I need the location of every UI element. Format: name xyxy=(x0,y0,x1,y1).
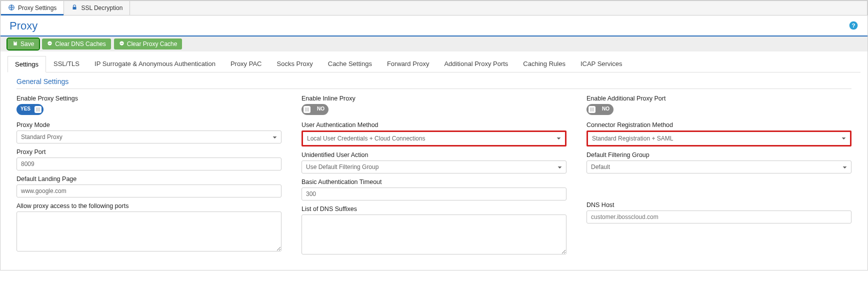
top-tabs: Proxy Settings SSL Decryption xyxy=(0,0,868,16)
user-auth-label: User Authentication Method xyxy=(302,122,566,128)
tab-ip-surrogate[interactable]: IP Surrogate & Anonymous Authentication xyxy=(87,56,223,72)
clear-proxy-label: Clear Proxy Cache xyxy=(127,40,178,48)
top-tab-label: SSL Decryption xyxy=(81,4,122,12)
dns-host-input[interactable] xyxy=(586,210,852,224)
toggle-text: YES xyxy=(20,106,30,112)
default-group-select[interactable]: Default xyxy=(586,160,852,174)
enable-additional-toggle[interactable]: NO xyxy=(586,104,614,115)
toggle-text: NO xyxy=(602,106,610,112)
svg-rect-1 xyxy=(73,6,76,9)
proxy-port-label: Proxy Port xyxy=(16,148,282,156)
dns-host-label: DNS Host xyxy=(586,202,852,208)
landing-page-label: Default Landing Page xyxy=(16,176,282,182)
clear-dns-label: Clear DNS Caches xyxy=(55,40,106,48)
connector-reg-select[interactable]: Standard Registration + SAML xyxy=(588,132,850,145)
dns-suffixes-label: List of DNS Suffixes xyxy=(302,206,566,212)
default-group-label: Default Filtering Group xyxy=(586,152,852,158)
allow-ports-label: Allow proxy access to the following port… xyxy=(16,202,282,210)
basic-auth-timeout-label: Basic Authentication Timeout xyxy=(302,178,566,186)
enable-proxy-toggle[interactable]: YES xyxy=(16,104,44,115)
save-disk-icon xyxy=(12,40,18,48)
proxy-mode-label: Proxy Mode xyxy=(16,122,282,128)
save-button-label: Save xyxy=(20,40,34,48)
globe-icon xyxy=(8,4,15,12)
page-title: Proxy xyxy=(10,20,38,32)
proxy-mode-select[interactable]: Standard Proxy xyxy=(16,130,282,144)
top-tab-label: Proxy Settings xyxy=(18,4,56,12)
lock-icon xyxy=(71,4,78,12)
svg-rect-6 xyxy=(49,43,52,44)
minus-circle-icon xyxy=(119,40,124,48)
tab-additional-ports[interactable]: Additional Proxy Ports xyxy=(436,56,516,72)
sub-tabs: Settings SSL/TLS IP Surrogate & Anonymou… xyxy=(8,56,860,72)
user-auth-select[interactable]: Local User Credentials + Cloud Connectio… xyxy=(303,132,565,145)
tab-cache-settings[interactable]: Cache Settings xyxy=(320,56,380,72)
svg-text:?: ? xyxy=(852,22,855,28)
action-bar: Save Clear DNS Caches Clear Proxy Cache xyxy=(0,36,868,52)
tab-proxy-pac[interactable]: Proxy PAC xyxy=(223,56,270,72)
top-tab-proxy-settings[interactable]: Proxy Settings xyxy=(1,1,64,15)
clear-dns-button[interactable]: Clear DNS Caches xyxy=(42,38,110,50)
help-icon[interactable]: ? xyxy=(848,20,858,32)
column-1: Enable Proxy Settings YES Proxy Mode Sta… xyxy=(16,95,282,261)
column-2: Enable Inline Proxy NO User Authenticati… xyxy=(302,95,566,261)
tab-forward-proxy[interactable]: Forward Proxy xyxy=(380,56,437,72)
landing-page-input[interactable] xyxy=(16,184,282,198)
enable-additional-label: Enable Additional Proxy Port xyxy=(586,95,852,102)
tab-icap-services[interactable]: ICAP Services xyxy=(573,56,630,72)
save-button[interactable]: Save xyxy=(8,38,39,50)
enable-inline-toggle[interactable]: NO xyxy=(302,104,328,115)
proxy-port-input[interactable] xyxy=(16,158,282,170)
tab-ssltls[interactable]: SSL/TLS xyxy=(46,56,87,72)
dns-suffixes-textarea[interactable] xyxy=(302,214,566,254)
clear-proxy-cache-button[interactable]: Clear Proxy Cache xyxy=(114,38,182,50)
enable-proxy-label: Enable Proxy Settings xyxy=(16,95,282,102)
tab-socks-proxy[interactable]: Socks Proxy xyxy=(270,56,320,72)
basic-auth-timeout-input[interactable] xyxy=(302,188,566,200)
toggle-knob-icon xyxy=(588,106,596,113)
svg-rect-8 xyxy=(120,43,123,44)
toggle-knob-icon xyxy=(34,106,42,113)
section-title: General Settings xyxy=(16,78,852,89)
unidentified-label: Unidentified User Action xyxy=(302,152,566,158)
connector-reg-label: Connector Registration Method xyxy=(586,122,852,128)
top-tab-ssl-decryption[interactable]: SSL Decryption xyxy=(64,1,130,15)
allow-ports-textarea[interactable] xyxy=(16,212,282,252)
enable-inline-label: Enable Inline Proxy xyxy=(302,95,566,102)
svg-rect-4 xyxy=(14,41,16,42)
tab-caching-rules[interactable]: Caching Rules xyxy=(516,56,573,72)
toggle-knob-icon xyxy=(304,106,310,113)
tab-settings[interactable]: Settings xyxy=(8,56,46,72)
toggle-text: NO xyxy=(317,106,324,112)
unidentified-select[interactable]: Use Default Filtering Group xyxy=(302,160,566,174)
minus-circle-icon xyxy=(47,40,52,48)
column-3: Enable Additional Proxy Port NO Connecto… xyxy=(586,95,852,261)
